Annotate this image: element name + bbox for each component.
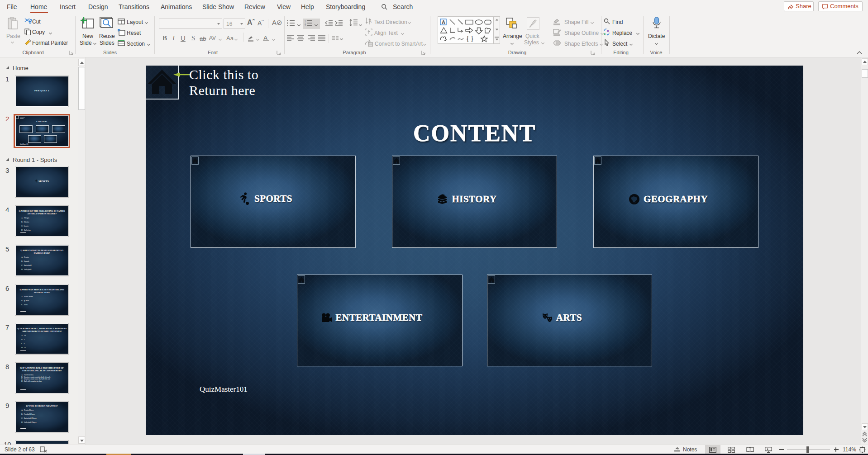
svg-text:}: }: [471, 35, 473, 42]
svg-text:3: 3: [305, 24, 306, 26]
svg-text:b: b: [607, 29, 609, 33]
svg-text:A: A: [369, 19, 372, 24]
svg-text:{: {: [467, 35, 469, 42]
svg-text:A: A: [442, 19, 445, 25]
svg-text:c: c: [604, 32, 606, 36]
